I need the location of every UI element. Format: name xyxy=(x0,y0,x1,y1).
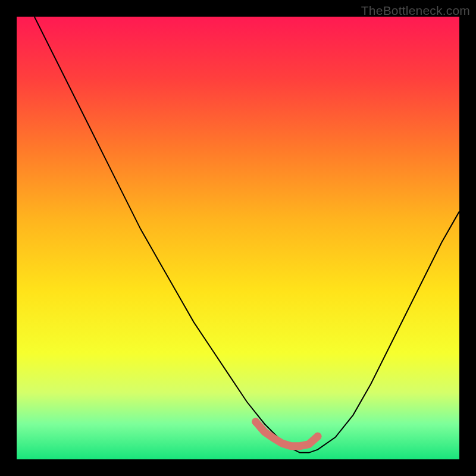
bottleneck-chart xyxy=(17,17,459,459)
optimal-zone-end-dot xyxy=(314,433,321,440)
optimal-zone-start-dot xyxy=(252,418,259,425)
chart-frame xyxy=(17,17,459,459)
watermark-text: TheBottleneck.com xyxy=(361,4,470,18)
gradient-background xyxy=(17,17,459,459)
